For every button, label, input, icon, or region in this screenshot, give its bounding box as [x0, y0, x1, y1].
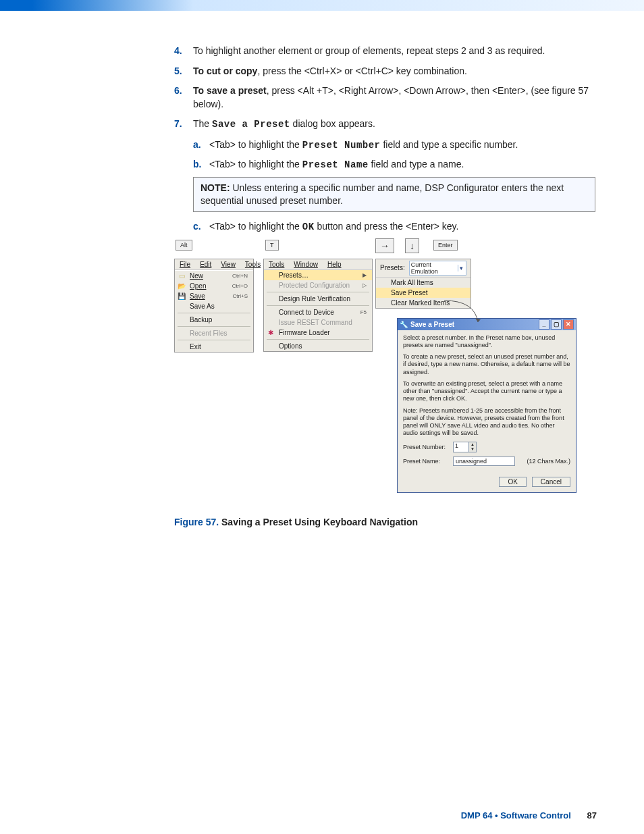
menu-options[interactable]: Options [264, 341, 372, 351]
dialog-title: Save a Preset [410, 321, 454, 328]
maximize-button[interactable]: ▢ [551, 319, 562, 330]
menubar: Tools Window Help [264, 259, 372, 270]
substep-num: c. [193, 220, 209, 234]
step-4: 4. To highlight another element or group… [174, 45, 595, 58]
lead: To cut or copy [193, 66, 257, 76]
preset-name-row: Preset Name: unassigned (12 Chars Max.) [403, 457, 570, 466]
substep-num: b. [193, 158, 209, 172]
submenu-arrow-icon: ▷ [363, 282, 367, 288]
new-icon: ▭ [177, 271, 186, 280]
dialog-p3: To overwrite an existing preset, select … [403, 380, 570, 403]
menu-recent-files: Recent Files [175, 328, 253, 338]
menu-save[interactable]: 💾 Save Ctrl+S [175, 291, 253, 301]
pre: <Tab> to highlight the [209, 139, 302, 150]
menu-save-preset[interactable]: Save Preset [376, 288, 471, 298]
key-alt: Alt [176, 240, 192, 251]
top-gradient-bar [0, 0, 644, 11]
label: Design Rule Verification [279, 295, 350, 303]
menu-tools[interactable]: Tools [240, 259, 265, 269]
menu-clear-marked[interactable]: Clear Marked Items [376, 298, 471, 308]
label: New [190, 272, 203, 280]
label: Connect to Device [279, 309, 334, 316]
substep-body: <Tab> to highlight the Preset Number fie… [209, 138, 595, 153]
menu-edit[interactable]: Edit [195, 259, 216, 269]
menu-open[interactable]: 📂 Open Ctrl+O [175, 281, 253, 291]
post: dialog box appears. [290, 118, 375, 129]
menubar: File Edit View Tools [175, 259, 253, 270]
preset-name-input[interactable]: unassigned [453, 457, 515, 466]
step-6: 6. To save a preset, press <Alt +T>, <Ri… [174, 84, 595, 111]
tools-menu-panel: Tools Window Help Presets… ▶ Protected C… [263, 259, 373, 352]
step-num: 4. [174, 45, 193, 58]
rest: , press the <Ctrl+X> or <Ctrl+C> key com… [257, 66, 466, 76]
label: Recent Files [190, 330, 227, 337]
step-num: 7. [174, 118, 193, 132]
page-footer: DMP 64 • Software Control 87 [461, 810, 597, 820]
shortcut: Ctrl+O [232, 283, 248, 289]
menu-help[interactable]: Help [323, 259, 346, 269]
label: Firmware Loader [279, 329, 330, 336]
key-down-arrow: ↓ [405, 238, 419, 253]
menu-connect-device[interactable]: Connect to Device F5 [264, 307, 372, 317]
mono: Preset Name [302, 159, 369, 170]
key-right-arrow: → [375, 238, 394, 253]
presets-panel: Presets: Current Emulation ▾ Mark All It… [375, 259, 471, 309]
post: field and type a name. [369, 159, 464, 170]
spin-down-icon[interactable]: ▼ [469, 447, 476, 452]
preset-number-row: Preset Number: 1 ▲ ▼ [403, 442, 570, 452]
dialog-p2: To create a new preset, select an unused… [403, 353, 570, 376]
mono: OK [302, 221, 315, 232]
open-icon: 📂 [177, 281, 186, 290]
menu-save-as[interactable]: Save As [175, 301, 253, 311]
presets-combo[interactable]: Current Emulation ▾ [409, 261, 466, 276]
menu-backup[interactable]: Backup [175, 315, 253, 325]
substep-num: a. [193, 138, 209, 153]
substep-b: b. <Tab> to highlight the Preset Name fi… [193, 158, 595, 172]
figure-caption-wrap: Figure 57. Saving a Preset Using Keyboar… [174, 517, 595, 527]
ok-button[interactable]: OK [499, 477, 526, 487]
combo-value: Current Emulation [411, 261, 455, 275]
key-enter: Enter [433, 240, 458, 251]
file-menu-dropdown: ▭ New Ctrl+N 📂 Open Ctrl+O 💾 Save Ctrl+S… [175, 270, 253, 352]
menu-presets[interactable]: Presets… ▶ [264, 270, 372, 280]
step-num: 5. [174, 65, 193, 78]
label: Save Preset [391, 289, 427, 296]
menu-design-rule[interactable]: Design Rule Verification [264, 294, 372, 304]
note-box: NOTE: Unless entering a specific number … [193, 177, 595, 212]
menu-tools[interactable]: Tools [264, 259, 289, 269]
save-icon: 💾 [177, 291, 186, 301]
preset-number-value: 1 [454, 442, 468, 452]
menu-window[interactable]: Window [289, 259, 323, 269]
dialog-p4: Note: Presets numbered 1-25 are accessib… [403, 407, 570, 438]
menu-issue-reset: Issue RESET Command [264, 317, 372, 328]
body-text: 4. To highlight another element or group… [174, 45, 595, 234]
label: Mark All Items [391, 279, 433, 286]
spin-up-icon[interactable]: ▲ [469, 442, 476, 447]
label: Open [190, 282, 206, 290]
cancel-button[interactable]: Cancel [532, 477, 570, 487]
dialog-body: Select a preset number. In the Preset na… [398, 330, 576, 474]
step-body: To cut or copy, press the <Ctrl+X> or <C… [193, 65, 595, 78]
presets-label: Presets: [380, 264, 405, 271]
preset-number-input[interactable]: 1 ▲ ▼ [453, 442, 477, 452]
close-button[interactable]: ✕ [563, 319, 574, 330]
substep-c: c. <Tab> to highlight the OK button and … [193, 220, 595, 234]
step-body: To save a preset, press <Alt +T>, <Right… [193, 84, 595, 111]
menu-firmware-loader[interactable]: ✱ Firmware Loader [264, 328, 372, 338]
lead: To save a preset [193, 85, 267, 96]
menu-mark-all[interactable]: Mark All Items [376, 278, 471, 288]
menu-new[interactable]: ▭ New Ctrl+N [175, 271, 253, 281]
chars-max: (12 Chars Max.) [527, 458, 570, 465]
label: Protected Configuration [279, 282, 350, 289]
menu-protected-config: Protected Configuration ▷ [264, 280, 372, 290]
step-num: 6. [174, 84, 193, 111]
minimize-button[interactable]: _ [539, 319, 549, 330]
label: Options [279, 342, 302, 350]
mono: Preset Number [302, 140, 381, 151]
figure-caption: Figure 57. Saving a Preset Using Keyboar… [174, 517, 595, 527]
menu-file[interactable]: File [175, 259, 195, 269]
preset-number-label: Preset Number: [403, 444, 453, 450]
menu-view[interactable]: View [216, 259, 240, 269]
menu-exit[interactable]: Exit [175, 342, 253, 352]
dialog-p1: Select a preset number. In the Preset na… [403, 334, 570, 350]
